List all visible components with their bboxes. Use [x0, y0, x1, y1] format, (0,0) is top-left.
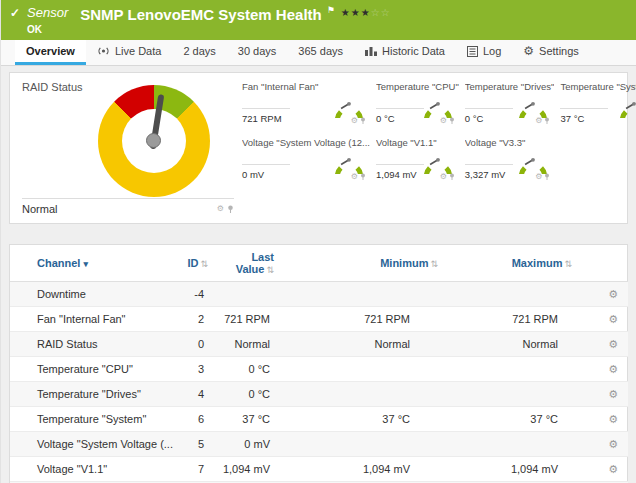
- channel-settings-icon[interactable]: ⚙: [608, 288, 618, 300]
- channel-id: -4: [178, 282, 216, 307]
- gear-icon[interactable]: ⚙: [217, 205, 224, 213]
- mini-gauge-value: 37 °C: [560, 113, 584, 124]
- channel-table: Channel▾ ID⇅ Last Value⇅ Minimum⇅ Maximu…: [10, 245, 628, 483]
- tab-overview[interactable]: Overview: [15, 40, 86, 65]
- tab-label: 2 days: [183, 45, 215, 57]
- channel-row[interactable]: Voltage "System Voltage (... 5 0 mV ⚙: [10, 432, 628, 457]
- tab-log[interactable]: Log: [456, 40, 512, 65]
- channel-last-value: [216, 282, 298, 307]
- log-icon: [467, 46, 478, 57]
- sort-icon: ⇅: [266, 265, 274, 275]
- pin-icon[interactable]: [449, 173, 455, 181]
- channel-name: Downtime: [10, 282, 178, 307]
- channel-last-value: 721 RPM: [216, 307, 298, 332]
- channel-row[interactable]: Downtime -4 ⚙: [10, 282, 628, 307]
- channel-maximum: [448, 432, 598, 457]
- tab-2-days[interactable]: 2 days: [172, 40, 226, 65]
- priority-stars[interactable]: ★★★☆☆: [341, 7, 391, 18]
- priority-flag-icon[interactable]: ⚑: [327, 5, 335, 15]
- column-header-channel[interactable]: Channel▾: [10, 245, 178, 282]
- channel-settings-icon[interactable]: ⚙: [608, 313, 618, 325]
- mini-gauge-value: 0 °C: [376, 113, 395, 124]
- tab-historic-data[interactable]: Historic Data: [354, 40, 456, 65]
- tab-label: 365 days: [298, 45, 343, 57]
- pin-icon[interactable]: [227, 205, 234, 214]
- tab-30-days[interactable]: 30 days: [227, 40, 288, 65]
- channel-name: Temperature "System": [10, 407, 178, 432]
- mini-gauge-dial: [332, 144, 366, 174]
- mini-gauge-panel[interactable]: Temperature "CPU" 0 °C ⚙: [376, 79, 459, 131]
- channel-minimum: 37 °C: [298, 407, 448, 432]
- channel-last-value: 0 °C: [216, 382, 298, 407]
- historic-data-icon: [365, 46, 377, 56]
- gear-icon[interactable]: ⚙: [535, 173, 542, 181]
- gear-icon[interactable]: ⚙: [440, 173, 447, 181]
- mini-gauge-value: 3,327 mV: [465, 169, 506, 180]
- channel-maximum: 1,094 mV: [448, 457, 598, 482]
- channel-minimum: [298, 357, 448, 382]
- gear-icon[interactable]: ⚙: [351, 173, 358, 181]
- column-header-tools: [598, 245, 628, 282]
- mini-gauge-panel[interactable]: Voltage "V3.3" 3,327 mV ⚙: [465, 135, 555, 187]
- settings-gear-icon: ⚙: [523, 45, 534, 57]
- channel-settings-icon[interactable]: ⚙: [608, 438, 618, 450]
- channel-row[interactable]: Temperature "System" 6 37 °C 37 °C 37 °C…: [10, 407, 628, 432]
- channel-maximum: Normal: [448, 332, 598, 357]
- gauge-hub: [146, 133, 161, 148]
- channel-minimum: 721 RPM: [298, 307, 448, 332]
- mini-gauge-dial: [516, 88, 550, 118]
- channel-name: Voltage "System Voltage (...: [10, 432, 178, 457]
- tab-live-data[interactable]: Live Data: [86, 40, 172, 65]
- channel-settings-icon[interactable]: ⚙: [608, 388, 618, 400]
- channel-settings-icon[interactable]: ⚙: [608, 363, 618, 375]
- raid-status-gauge: [98, 85, 210, 197]
- channel-row[interactable]: RAID Status 0 Normal Normal Normal ⚙: [10, 332, 628, 357]
- sensor-kind-label: Sensor: [27, 5, 68, 20]
- channel-last-value: 0 mV: [216, 432, 298, 457]
- sort-icon: ⇅: [564, 259, 572, 269]
- mini-gauge-panel[interactable]: Temperature "System" 37 °C ⚙: [560, 79, 636, 131]
- channel-last-value: 1,094 mV: [216, 457, 298, 482]
- pin-icon[interactable]: [544, 117, 550, 125]
- channel-id: 7: [178, 457, 216, 482]
- tab-365-days[interactable]: 365 days: [287, 40, 354, 65]
- stars-empty: ☆☆: [371, 7, 391, 18]
- channel-row[interactable]: Temperature "CPU" 3 0 °C ⚙: [10, 357, 628, 382]
- mini-gauge-value: 721 RPM: [242, 113, 282, 124]
- pin-icon[interactable]: [360, 173, 366, 181]
- channel-row[interactable]: Voltage "V1.1" 7 1,094 mV 1,094 mV 1,094…: [10, 457, 628, 482]
- mini-gauge-panel[interactable]: Temperature "Drives" 0 °C ⚙: [465, 79, 555, 131]
- mini-gauge-dial: [516, 144, 550, 174]
- tab-settings[interactable]: ⚙ Settings: [512, 40, 590, 65]
- mini-gauge-panel[interactable]: Voltage "V1.1" 1,094 mV ⚙: [376, 135, 459, 187]
- pin-icon[interactable]: [360, 117, 366, 125]
- pin-icon[interactable]: [449, 117, 455, 125]
- column-header-minimum[interactable]: Minimum⇅: [298, 245, 448, 282]
- channel-name: Temperature "Drives": [10, 382, 178, 407]
- channel-maximum: [448, 382, 598, 407]
- channel-settings-icon[interactable]: ⚙: [608, 338, 618, 350]
- table-header-row: Channel▾ ID⇅ Last Value⇅ Minimum⇅ Maximu…: [10, 245, 628, 282]
- mini-gauge-value: 1,094 mV: [376, 169, 417, 180]
- raid-status-label: RAID Status: [22, 81, 83, 93]
- mini-gauge-panel[interactable]: Voltage "System Voltage (12... 0 mV ⚙: [242, 135, 370, 187]
- status-check-icon: ✓: [10, 6, 20, 20]
- channel-row[interactable]: Fan "Internal Fan" 2 721 RPM 721 RPM 721…: [10, 307, 628, 332]
- channel-maximum: [448, 282, 598, 307]
- channel-row[interactable]: Temperature "Drives" 4 0 °C ⚙: [10, 382, 628, 407]
- column-header-maximum[interactable]: Maximum⇅: [448, 245, 598, 282]
- mini-gauge-panel[interactable]: Fan "Internal Fan" 721 RPM ⚙: [242, 79, 370, 131]
- channel-name: Voltage "V1.1": [10, 457, 178, 482]
- channel-settings-icon[interactable]: ⚙: [608, 463, 618, 475]
- raid-status-value: Normal: [22, 203, 57, 215]
- gear-icon[interactable]: ⚙: [535, 117, 542, 125]
- column-header-id[interactable]: ID⇅: [178, 245, 216, 282]
- mini-gauge-dial: [332, 88, 366, 118]
- channel-settings-icon[interactable]: ⚙: [608, 413, 618, 425]
- channel-id: 6: [178, 407, 216, 432]
- gear-icon[interactable]: ⚙: [440, 117, 447, 125]
- channel-maximum: [448, 357, 598, 382]
- column-header-last-value[interactable]: Last Value⇅: [216, 245, 298, 282]
- gear-icon[interactable]: ⚙: [351, 117, 358, 125]
- pin-icon[interactable]: [544, 173, 550, 181]
